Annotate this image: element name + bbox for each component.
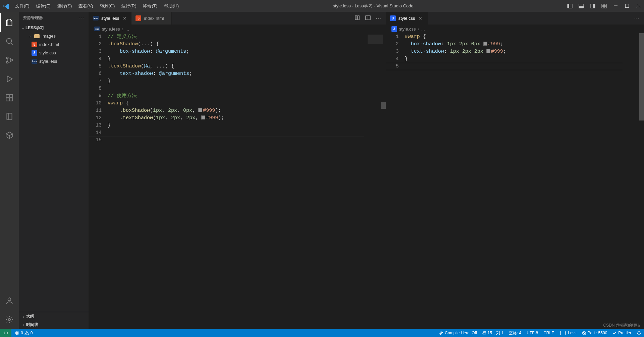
window-controls — [610, 0, 644, 12]
status-errors[interactable]: 0 0 — [12, 329, 35, 337]
explorer-icon[interactable] — [0, 13, 19, 32]
tab-index-html[interactable]: 5 index.html — [131, 12, 172, 25]
close-tab-icon[interactable]: ✕ — [418, 16, 423, 21]
extensions-icon[interactable] — [0, 88, 19, 107]
toggle-panel-right-icon[interactable] — [587, 0, 598, 12]
project-name: LESS学习 — [25, 25, 44, 31]
tab-label: style.less — [101, 16, 119, 21]
sidebar-item-images[interactable]: › images — [19, 32, 89, 40]
status-cursor-pos[interactable]: 行 15，列 1 — [480, 329, 506, 337]
minimize-icon[interactable] — [610, 0, 621, 12]
tabs-left: less style.less ✕ 5 index.html ··· — [89, 12, 386, 25]
vscode-logo-icon — [0, 0, 12, 12]
menu-go[interactable]: 转到(G) — [97, 0, 118, 12]
menu-edit[interactable]: 编辑(E) — [33, 0, 54, 12]
settings-gear-icon[interactable] — [0, 310, 19, 329]
sidebar-timeline[interactable]: › 时间线 — [19, 321, 89, 329]
toggle-panel-left-icon[interactable] — [564, 0, 576, 12]
menu-run[interactable]: 运行(R) — [118, 0, 140, 12]
editor-group-right: 3 style.css ✕ ··· 3 style.css › ... 1234… — [386, 12, 644, 329]
sidebar-item-style-css[interactable]: 3 style.css — [19, 49, 89, 57]
svg-point-26 — [8, 319, 11, 321]
breadcrumb-file: style.less — [102, 27, 120, 32]
more-actions-icon[interactable]: ··· — [376, 16, 382, 21]
tabs-right: 3 style.css ✕ ··· — [386, 12, 644, 25]
sidebar-item-style-less[interactable]: less style.less — [19, 57, 89, 65]
code-editor-right[interactable]: 12345 #warp { box-shadow: 1px 2px 0px #9… — [386, 33, 644, 329]
menu-file[interactable]: 文件(F) — [12, 0, 33, 12]
svg-rect-20 — [10, 94, 13, 97]
statusbar: 0 0 Compile Hero: Off 行 15，列 1 空格: 4 UTF… — [0, 329, 644, 337]
tab-actions-right: ··· — [630, 12, 644, 25]
status-notification-icon[interactable] — [634, 329, 644, 337]
more-actions-icon[interactable]: ··· — [634, 16, 640, 21]
css-icon: 3 — [390, 15, 396, 21]
svg-rect-28 — [358, 16, 359, 20]
menu-help[interactable]: 帮助(H) — [161, 0, 182, 12]
scrollbar-left[interactable] — [381, 33, 386, 329]
sidebar-outline[interactable]: › 大纲 — [19, 312, 89, 321]
svg-point-35 — [26, 334, 27, 334]
source-control-icon[interactable] — [0, 51, 19, 69]
menu-terminal[interactable]: 终端(T) — [140, 0, 161, 12]
status-eol[interactable]: CRLF — [541, 329, 556, 337]
code-content-left[interactable]: // 定义方法.boxShadow(...) { box-shadow: @ar… — [108, 33, 386, 329]
svg-rect-1 — [568, 4, 569, 8]
code-content-right[interactable]: #warp { box-shadow: 1px 2px 0px #999; te… — [405, 33, 644, 329]
sidebar-bottom: › 大纲 › 时间线 — [19, 312, 89, 329]
split-editor-icon[interactable] — [365, 15, 371, 21]
remote-icon[interactable] — [0, 329, 11, 337]
toggle-panel-bottom-icon[interactable] — [576, 0, 587, 12]
svg-point-18 — [11, 59, 12, 61]
svg-rect-23 — [7, 113, 12, 120]
sidebar-item-index-html[interactable]: 5 index.html — [19, 40, 89, 49]
svg-rect-27 — [355, 16, 357, 20]
status-port[interactable]: Port : 5500 — [579, 329, 610, 337]
svg-point-17 — [6, 61, 8, 63]
status-encoding[interactable]: UTF-8 — [524, 329, 541, 337]
less-icon: less — [94, 27, 100, 31]
status-port-label: Port : 5500 — [588, 331, 607, 335]
svg-rect-8 — [602, 6, 604, 8]
breadcrumb-left[interactable]: less style.less › ... — [89, 25, 386, 33]
maximize-icon[interactable] — [621, 0, 633, 12]
less-icon: less — [93, 16, 99, 20]
svg-rect-22 — [10, 98, 13, 101]
compare-changes-icon[interactable] — [355, 15, 360, 21]
run-debug-icon[interactable] — [0, 69, 19, 88]
close-tab-icon[interactable]: ✕ — [122, 16, 127, 21]
status-prettier[interactable]: Prettier — [610, 329, 634, 337]
svg-point-16 — [6, 57, 8, 59]
breadcrumb-rest: ... — [421, 27, 425, 32]
close-icon[interactable] — [633, 0, 644, 12]
status-lang[interactable]: { } Less — [557, 329, 579, 337]
svg-rect-19 — [6, 94, 9, 97]
gutter-left: 123456789101112131415 — [89, 33, 108, 329]
code-editor-left[interactable]: 123456789101112131415 // 定义方法.boxShadow(… — [89, 33, 386, 329]
breadcrumb-sep: › — [122, 27, 123, 32]
svg-rect-7 — [604, 4, 606, 6]
search-icon[interactable] — [0, 32, 19, 51]
menu-selection[interactable]: 选择(S) — [54, 0, 75, 12]
svg-rect-11 — [625, 4, 629, 8]
scrollbar-right[interactable] — [639, 33, 644, 329]
status-prettier-label: Prettier — [618, 331, 631, 335]
tab-style-less[interactable]: less style.less ✕ — [89, 12, 131, 25]
account-icon[interactable] — [0, 291, 19, 310]
status-compile-hero[interactable]: Compile Hero: Off — [436, 329, 480, 337]
sidebar-more-icon[interactable]: ··· — [79, 15, 85, 20]
window-title: style.less - Less学习 - Visual Studio Code — [182, 0, 564, 12]
customize-layout-icon[interactable] — [598, 0, 610, 12]
package-icon[interactable] — [0, 126, 19, 145]
layout-controls — [564, 0, 610, 12]
svg-rect-5 — [593, 4, 595, 8]
menu-view[interactable]: 查看(V) — [75, 0, 96, 12]
status-spaces[interactable]: 空格: 4 — [506, 329, 524, 337]
tab-style-css[interactable]: 3 style.css ✕ — [386, 12, 428, 25]
notebook-icon[interactable] — [0, 107, 19, 126]
breadcrumb-right[interactable]: 3 style.css › ... — [386, 25, 644, 33]
svg-rect-9 — [604, 6, 606, 8]
editor-group-left: less style.less ✕ 5 index.html ··· less … — [89, 12, 386, 329]
sidebar-project[interactable]: ⌄ LESS学习 — [19, 24, 89, 32]
html-icon: 5 — [32, 42, 37, 47]
